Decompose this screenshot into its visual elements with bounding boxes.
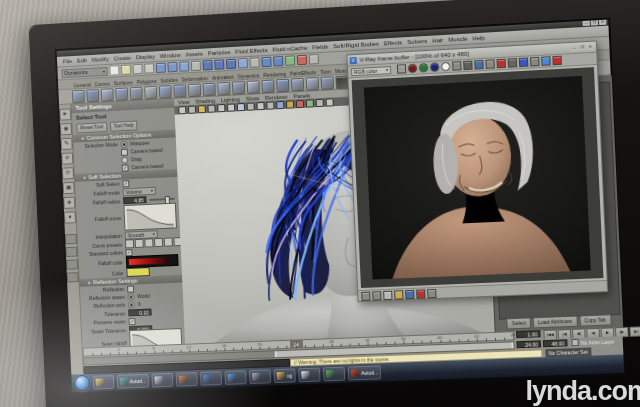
menu-edit[interactable]: Edit: [77, 57, 87, 63]
checkbox-icon[interactable]: ✓: [129, 318, 136, 325]
curve-preset-1[interactable]: [135, 239, 144, 248]
shelf-tab-polygons[interactable]: Polygons: [136, 78, 156, 85]
panel-menu-view[interactable]: View: [178, 98, 190, 105]
checkbox-icon[interactable]: ✓: [125, 249, 132, 256]
status-icon-5[interactable]: [167, 62, 177, 72]
taskbar-item-4[interactable]: [200, 371, 222, 386]
minimize-icon[interactable]: —: [583, 21, 590, 26]
status-icon-4[interactable]: [156, 63, 166, 73]
fb-toolbar-icon-13[interactable]: [541, 56, 551, 66]
shelf-icon-10[interactable]: [217, 81, 230, 95]
menu-file[interactable]: File: [63, 58, 73, 64]
radio-icon[interactable]: [127, 293, 134, 300]
taskbar-item-7[interactable]: xg: [274, 368, 296, 383]
shelf-tab-surfaces[interactable]: Surfaces: [114, 79, 133, 86]
curve-preset-2[interactable]: [144, 238, 153, 247]
status-icon-3[interactable]: [144, 63, 154, 73]
vray-frame-buffer-window[interactable]: V V-Ray frame buffer - [100% of 640 x 48…: [346, 41, 608, 303]
dropdown[interactable]: Volume▾: [123, 186, 156, 195]
fb-bottom-icon-6[interactable]: [427, 288, 436, 297]
menu-soft-rigid-bodies[interactable]: Soft/Rigid Bodies: [333, 41, 379, 50]
tool-help-button[interactable]: Tool Help: [110, 121, 138, 132]
panel-menu-shading[interactable]: Shading: [195, 97, 215, 104]
fb-bottom-icon-0[interactable]: [361, 291, 370, 300]
status-icon-13[interactable]: [261, 57, 271, 67]
shelf-icon-2[interactable]: [101, 88, 114, 101]
falloff-color-ramp[interactable]: [126, 254, 179, 268]
fb-toolbar-icon-14[interactable]: [552, 56, 562, 66]
shelf-tab-curves[interactable]: Curves: [94, 81, 110, 88]
status-icon-11[interactable]: [238, 58, 248, 68]
status-icon-17[interactable]: [309, 54, 319, 65]
reset-tool-button[interactable]: Reset Tool: [76, 122, 107, 133]
fb-bottom-icon-1[interactable]: [372, 291, 381, 300]
taskbar-item-6[interactable]: [249, 369, 271, 384]
restore-icon[interactable]: ❐: [591, 20, 598, 25]
value-field[interactable]: 0.10: [128, 309, 152, 317]
taskbar-item-1[interactable]: Autod...: [117, 374, 150, 389]
start-button[interactable]: [74, 375, 90, 391]
fb-toolbar-icon-9[interactable]: [496, 59, 506, 69]
fb-toolbar-icon-11[interactable]: [519, 58, 529, 68]
shelf-icon-11[interactable]: [232, 81, 245, 95]
menu-display[interactable]: Display: [136, 53, 155, 60]
status-icon-14[interactable]: [273, 56, 283, 66]
menu-muscle[interactable]: Muscle: [448, 36, 467, 43]
close-icon[interactable]: ✕: [587, 44, 594, 49]
fb-toolbar-icon-1[interactable]: [408, 64, 417, 74]
select-tool-icon[interactable]: ►: [59, 108, 71, 120]
soft-mod-tool-icon[interactable]: ●: [64, 211, 76, 223]
status-icon-12[interactable]: [250, 57, 260, 67]
fb-toolbar-icon-10[interactable]: [508, 58, 518, 68]
copy-tab-button[interactable]: Copy Tab: [579, 314, 611, 326]
layout-shortcut-2[interactable]: [66, 259, 78, 269]
shelf-icon-17[interactable]: [321, 76, 334, 90]
fb-toolbar-icon-7[interactable]: [474, 60, 484, 70]
menu-effects[interactable]: Effects: [384, 39, 403, 46]
shelf-icon-15[interactable]: [291, 77, 304, 91]
panel-menu-renderer[interactable]: Renderer: [265, 93, 288, 100]
taskbar-item-0[interactable]: [93, 375, 115, 390]
falloff-curve-widget[interactable]: [123, 203, 177, 231]
shelf-icon-3[interactable]: [115, 87, 128, 100]
status-icon-1[interactable]: [121, 65, 131, 75]
panel-menu-show[interactable]: Show: [246, 95, 260, 102]
curve-preset-3[interactable]: [154, 238, 163, 247]
taskbar-item-8[interactable]: [298, 368, 320, 383]
fb-bottom-icon-5[interactable]: [416, 289, 425, 298]
menu-hair[interactable]: Hair: [432, 37, 443, 44]
menu-help[interactable]: Help: [472, 35, 485, 42]
menu-create[interactable]: Create: [113, 55, 131, 62]
shelf-tab-dynamics[interactable]: Dynamics: [238, 72, 260, 79]
taskbar-item-5[interactable]: [225, 370, 247, 385]
load-attributes-button[interactable]: Load Attributes: [533, 316, 578, 329]
shelf-tab-general[interactable]: General: [73, 82, 90, 89]
scale-tool-icon[interactable]: ▣: [63, 182, 75, 194]
menu-set-selector[interactable]: Dynamics ▾: [61, 66, 108, 77]
playback-end-field[interactable]: 48.00: [543, 339, 568, 347]
shelf-icon-9[interactable]: [203, 82, 216, 96]
value-field[interactable]: 4.85: [123, 196, 147, 204]
shelf-tab-subdivs[interactable]: Subdivs: [160, 77, 178, 84]
menu-fluid-ncache[interactable]: Fluid nCache: [272, 45, 307, 53]
shelf-icon-4[interactable]: [130, 86, 143, 99]
status-icon-16[interactable]: [297, 55, 307, 66]
status-icon-0[interactable]: [109, 65, 119, 75]
radio-icon[interactable]: [128, 301, 135, 308]
checkbox-icon[interactable]: ✓: [122, 164, 129, 171]
curve-preset-0[interactable]: [125, 239, 134, 248]
shelf-icon-5[interactable]: [144, 85, 157, 99]
value-slider[interactable]: [149, 197, 174, 200]
fb-toolbar-icon-2[interactable]: [419, 63, 428, 73]
status-icon-7[interactable]: [191, 61, 201, 71]
channel-dropdown[interactable]: RGB color ▾: [351, 66, 391, 76]
status-icon-10[interactable]: [226, 59, 236, 69]
curve-preset-4[interactable]: [164, 237, 173, 246]
status-icon-15[interactable]: [285, 55, 295, 66]
menu-solvers[interactable]: Solvers: [407, 38, 427, 45]
menu-fields[interactable]: Fields: [312, 44, 328, 51]
shelf-icon-14[interactable]: [276, 78, 289, 92]
shelf-icon-16[interactable]: [306, 77, 319, 91]
fb-toolbar-icon-4[interactable]: [441, 62, 450, 72]
move-tool-icon[interactable]: ✛: [61, 152, 73, 164]
